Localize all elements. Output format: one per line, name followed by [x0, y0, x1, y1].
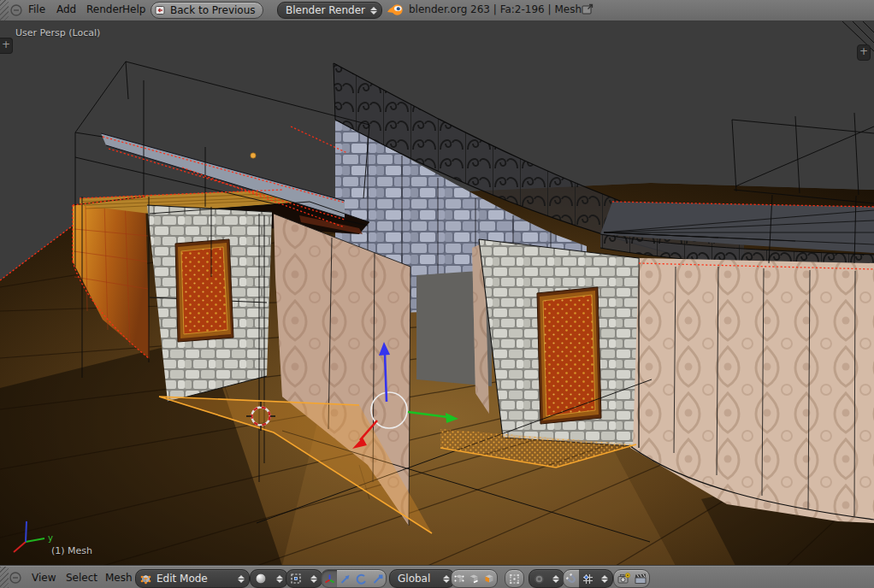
render-engine-select[interactable]: Blender Render — [277, 2, 382, 19]
face-select-icon — [483, 573, 495, 585]
back-button-label: Back to Previous — [170, 4, 256, 16]
gizmo-x-axis — [14, 542, 26, 552]
carpet-left — [175, 239, 233, 342]
axis-mini-gizmo: y — [5, 514, 60, 564]
view-mode-label: User Persp (Local) — [15, 27, 100, 38]
opengl-anim-icon — [634, 572, 647, 585]
window-duplicate-icon[interactable] — [581, 3, 595, 17]
rotate-manipulator-button[interactable] — [353, 569, 370, 588]
mode-select[interactable]: Edit Mode — [135, 569, 250, 588]
snap-element-icon — [582, 573, 594, 585]
opengl-render-button[interactable] — [613, 569, 633, 588]
face-select-button[interactable] — [481, 569, 498, 588]
editmode-cube-icon — [139, 573, 152, 585]
back-icon — [155, 4, 168, 16]
vertex-point — [251, 153, 256, 158]
opengl-render-anim-button[interactable] — [631, 569, 650, 588]
occlude-geometry-icon — [508, 573, 521, 585]
occlude-geometry-button[interactable] — [505, 569, 524, 588]
open-toolshelf-tab[interactable]: + — [0, 38, 13, 54]
snap-element-select[interactable] — [579, 569, 613, 588]
menu-mesh[interactable]: Mesh — [103, 572, 135, 584]
top-header: File Add Render Help Back to Previous Bl… — [0, 0, 874, 21]
menu-file[interactable]: File — [26, 3, 48, 15]
render-engine-value: Blender Render — [286, 4, 365, 16]
rotate-icon — [355, 573, 368, 585]
snap-toggle-button[interactable] — [563, 569, 581, 588]
3d-viewport: User Persp (Local) (1) Mesh y + + — [0, 21, 874, 566]
transform-orientation-select[interactable]: Global — [389, 569, 455, 588]
blender-logo — [387, 3, 404, 17]
back-to-previous-button[interactable]: Back to Previous — [151, 2, 263, 19]
gizmo-y-label: y — [48, 533, 53, 543]
edge-select-icon — [468, 573, 480, 585]
menu-add[interactable]: Add — [54, 3, 79, 15]
menu-select[interactable]: Select — [63, 572, 100, 584]
scale-manipulator-button[interactable] — [369, 569, 387, 588]
viewport-shading-select[interactable] — [250, 569, 288, 588]
gizmo-z-axis — [26, 521, 27, 542]
shading-sphere-icon — [255, 573, 267, 585]
collapse-menu-icon[interactable] — [10, 4, 22, 16]
manipulator-toggle-button[interactable] — [321, 569, 339, 588]
area-corner-widget-bottom[interactable] — [0, 567, 9, 588]
snap-magnet-icon — [565, 573, 578, 585]
opengl-render-icon — [617, 572, 630, 585]
vertex-select-icon — [453, 573, 465, 585]
manipulator-axis-icon — [323, 573, 336, 585]
pivot-center-icon — [290, 573, 302, 585]
gizmo-y-axis — [26, 538, 44, 542]
vertex-select-button[interactable] — [451, 569, 468, 588]
status-info-text: blender.org 263 | Fa:2-196 | Mesh — [409, 3, 582, 15]
3d-viewport-canvas[interactable] — [0, 21, 874, 566]
carpet-right — [537, 287, 601, 424]
dropdown-arrows-icon — [370, 7, 377, 15]
blender-window: File Add Render Help Back to Previous Bl… — [0, 0, 874, 588]
proportional-edit-select[interactable] — [529, 569, 564, 588]
proportional-edit-icon — [534, 573, 545, 585]
viewport-header: View Select Mesh Edit Mode — [0, 566, 874, 588]
collapse-menu-icon-bottom[interactable] — [9, 572, 21, 584]
edge-select-button[interactable] — [466, 569, 482, 588]
scale-icon — [371, 573, 384, 585]
area-corner-widget[interactable] — [0, 0, 9, 21]
orientation-value: Global — [398, 573, 430, 585]
open-properties-tab[interactable]: + — [857, 44, 871, 61]
translate-icon — [339, 573, 351, 585]
pivot-center-select[interactable] — [286, 569, 322, 588]
menu-help[interactable]: Help — [120, 3, 148, 15]
menu-view[interactable]: View — [29, 572, 58, 584]
translate-manipulator-button[interactable] — [337, 569, 354, 588]
mode-select-value: Edit Mode — [156, 573, 208, 585]
dropdown-arrows-icon — [238, 575, 245, 583]
